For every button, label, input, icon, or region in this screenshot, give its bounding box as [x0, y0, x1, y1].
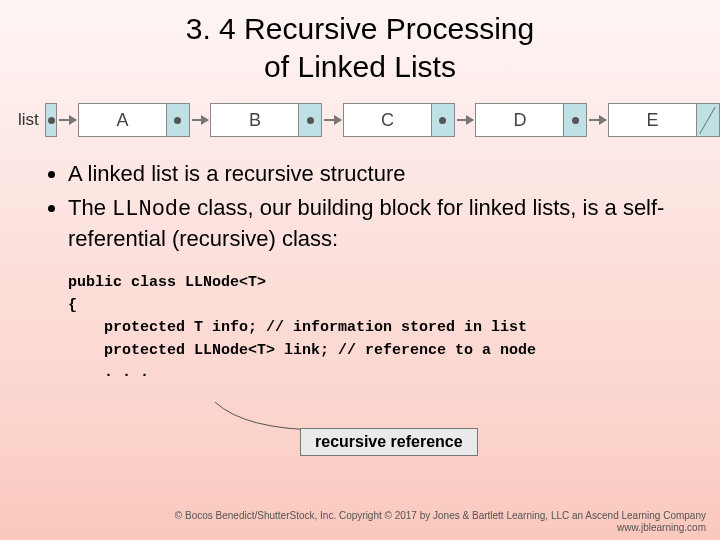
bullet-2: The LLNode class, our building block for… — [68, 193, 680, 254]
node-link — [299, 104, 321, 136]
node-c: C — [343, 103, 455, 137]
footer-line-1: © Bocos Benedict/ShutterStock, Inc. Copy… — [175, 510, 706, 522]
arrow-icon — [589, 119, 606, 121]
list-label: list — [18, 110, 39, 130]
code-line: { — [68, 295, 720, 318]
code-line: protected T info; // information stored … — [68, 317, 527, 340]
code-line: protected LLNode<T> link; // reference t… — [68, 340, 536, 363]
node-info: E — [609, 104, 697, 136]
node-info: C — [344, 104, 432, 136]
node-link-null — [697, 104, 719, 136]
node-info: A — [79, 104, 167, 136]
node-d: D — [475, 103, 587, 137]
node-b: B — [210, 103, 322, 137]
code-block: public class LLNode<T> { protected T inf… — [68, 272, 720, 385]
node-link — [432, 104, 454, 136]
linked-list-diagram: list A B C D E — [18, 103, 720, 137]
code-line: . . . — [68, 362, 149, 385]
list-head-pointer — [45, 103, 58, 137]
bullet-list: A linked list is a recursive structure T… — [44, 159, 680, 254]
bullet-1: A linked list is a recursive structure — [68, 159, 680, 189]
footer-line-2: www.jblearning.com — [175, 522, 706, 534]
callout-box: recursive reference — [300, 428, 478, 456]
node-e: E — [608, 103, 720, 137]
arrow-icon — [59, 119, 76, 121]
title-line-2: of Linked Lists — [264, 50, 456, 83]
arrow-icon — [457, 119, 474, 121]
slide-title: 3. 4 Recursive Processing of Linked List… — [0, 0, 720, 85]
arrow-icon — [192, 119, 209, 121]
arrow-icon — [324, 119, 341, 121]
node-link — [167, 104, 189, 136]
code-line: public class LLNode<T> — [68, 272, 720, 295]
title-line-1: 3. 4 Recursive Processing — [186, 12, 535, 45]
copyright-footer: © Bocos Benedict/ShutterStock, Inc. Copy… — [175, 510, 706, 534]
node-a: A — [78, 103, 190, 137]
node-info: D — [476, 104, 564, 136]
node-info: B — [211, 104, 299, 136]
code-inline: LLNode — [112, 197, 191, 222]
node-link — [564, 104, 586, 136]
